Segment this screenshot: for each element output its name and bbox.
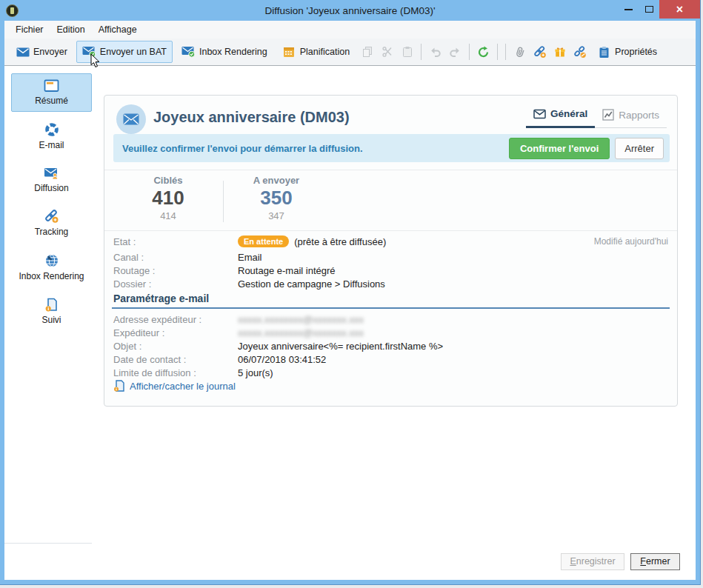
section-title: Paramétrage e-mail	[113, 293, 209, 304]
send-proof-button[interactable]: Envoyer un BAT	[76, 41, 173, 63]
close-button[interactable]: ×	[659, 0, 700, 19]
save-button-label: Enregistrer	[562, 554, 624, 569]
redo-icon[interactable]	[447, 43, 464, 61]
envelope-outline-icon	[533, 109, 546, 119]
confirm-send-button[interactable]: Confirmer l'envoi	[509, 138, 610, 159]
stat-a-envoyer: A envoyer 350 347	[232, 175, 321, 221]
tabs: Général Rapports	[526, 104, 667, 128]
modified-label: Modifié aujourd'hui	[594, 236, 668, 247]
sidebar-item-label: Diffusion	[34, 183, 68, 193]
stop-button[interactable]: Arrêter	[615, 138, 664, 159]
toolbar-separator	[505, 44, 506, 60]
sidebar-item-label: Inbox Rendering	[19, 271, 84, 281]
titlebar: Diffusion 'Joyeux anniversaire (DM03)' ×	[0, 0, 700, 21]
sidebar-item-label: Suivi	[41, 315, 61, 325]
sidebar-item-suivi[interactable]: Suivi	[11, 292, 92, 331]
doc-info-icon	[113, 380, 124, 392]
sidebar-item-resume[interactable]: Résumé	[11, 73, 92, 112]
summary-card: Joyeux anniversaire (DM03) Général Rappo…	[104, 95, 678, 407]
send-button[interactable]: Envoyer	[10, 41, 73, 63]
send-envelope-icon	[16, 45, 30, 59]
globe-icon	[44, 253, 59, 268]
email-row-limite-diffusion: Limite de diffusion : 5 jour(s)	[113, 366, 668, 379]
doc-info-icon	[44, 298, 59, 312]
sidebar-item-label: Tracking	[35, 227, 69, 237]
sidebar-item-email[interactable]: E-mail	[11, 116, 92, 156]
minimize-button[interactable]	[618, 0, 639, 19]
info-label: Canal :	[113, 252, 238, 263]
journal-link[interactable]: Afficher/cacher le journal	[130, 381, 236, 392]
content-ring-icon	[44, 122, 59, 137]
sidebar-item-diffusion[interactable]: Diffusion	[11, 161, 92, 199]
stat-label: Ciblés	[113, 175, 223, 186]
stat-cibles: Ciblés 410 414	[113, 175, 223, 221]
cut-icon[interactable]	[379, 43, 396, 61]
tab-rapports-label: Rapports	[619, 110, 659, 121]
info-value: 5 jour(s)	[238, 367, 273, 378]
banner-message: Veuillez confirmer l'envoi pour démarrer…	[122, 143, 509, 154]
info-label: Adresse expéditeur :	[113, 314, 238, 325]
app-window: Diffusion 'Joyeux anniversaire (DM03)' ×…	[0, 0, 700, 584]
close-dialog-button[interactable]: Fermer	[630, 553, 680, 570]
maximize-button[interactable]	[639, 0, 659, 19]
info-value: Email	[238, 252, 262, 263]
send-button-label: Envoyer	[33, 47, 67, 57]
info-label: Date de contact :	[113, 354, 238, 365]
sidebar-item-tracking[interactable]: Tracking	[11, 204, 92, 243]
section-rule	[112, 307, 670, 309]
link-icon	[44, 210, 59, 224]
sidebar-item-inbox-rendering[interactable]: Inbox Rendering	[11, 247, 92, 287]
info-value: 06/07/2018 03:41:52	[238, 354, 326, 365]
menu-edition[interactable]: Edition	[50, 22, 92, 37]
planification-button-label: Planification	[300, 47, 350, 57]
refresh-icon[interactable]	[475, 43, 492, 61]
gift-icon[interactable]	[551, 43, 568, 61]
properties-button-label: Propriétés	[615, 47, 657, 57]
envelope-user-icon	[44, 167, 59, 180]
window-frame: Fichier Edition Affichage Envoyer Envoye…	[4, 21, 696, 580]
info-label: Routage :	[113, 265, 238, 276]
stat-value: 410	[113, 187, 223, 210]
journal-toggle[interactable]: Afficher/cacher le journal	[113, 380, 236, 392]
stats-panel: Ciblés 410 414 A envoyer 350 347	[104, 170, 677, 231]
tab-rapports[interactable]: Rapports	[595, 104, 667, 128]
stat-value: 350	[232, 187, 321, 210]
inbox-rendering-button[interactable]: Inbox Rendering	[176, 41, 273, 63]
unlink-icon[interactable]	[571, 43, 588, 61]
info-row-routage: Routage : Routage e-mail intégré	[113, 264, 668, 277]
envelope-check-icon	[82, 45, 96, 59]
email-row-objet: Objet : Joyeux anniversaire<%= recipient…	[113, 339, 668, 353]
toolbar-separator	[469, 44, 470, 60]
properties-button[interactable]: Propriétés	[591, 41, 663, 63]
envelope-check-icon	[181, 45, 196, 59]
info-value: Joyeux anniversaire<%= recipient.firstNa…	[238, 341, 443, 352]
menu-fichier[interactable]: Fichier	[9, 22, 50, 37]
info-row-canal: Canal : Email	[113, 250, 668, 264]
info-value: (prête à être diffusée)	[294, 236, 386, 247]
info-value: Routage e-mail intégré	[238, 265, 336, 276]
info-value: Gestion de campagne > Diffusions	[238, 278, 385, 290]
stat-label: A envoyer	[232, 175, 321, 186]
inbox-rendering-button-label: Inbox Rendering	[199, 47, 267, 57]
info-label: Objet :	[113, 341, 238, 352]
undo-icon[interactable]	[427, 43, 444, 61]
paste-icon[interactable]	[399, 43, 416, 61]
info-label: Etat :	[113, 236, 238, 247]
calendar-icon	[282, 45, 296, 59]
info-label: Expéditeur :	[113, 327, 238, 338]
info-label: Dossier :	[113, 278, 238, 290]
menu-affichage[interactable]: Affichage	[92, 22, 144, 37]
save-button[interactable]: Enregistrer	[561, 553, 624, 570]
copy-icon[interactable]	[359, 43, 376, 61]
stat-secondary: 347	[232, 210, 321, 221]
attachment-icon[interactable]	[511, 43, 528, 61]
clipboard-icon	[597, 45, 611, 59]
stat-secondary: 414	[113, 210, 223, 221]
stats-divider	[223, 181, 224, 222]
sidebar-item-label: Résumé	[35, 96, 68, 106]
info-row-etat: Etat : En attente (prête à être diffusée…	[113, 235, 668, 248]
window-icon	[44, 79, 59, 93]
tab-general[interactable]: Général	[526, 104, 595, 128]
link-icon[interactable]	[531, 43, 548, 61]
planification-button[interactable]: Planification	[276, 41, 356, 63]
